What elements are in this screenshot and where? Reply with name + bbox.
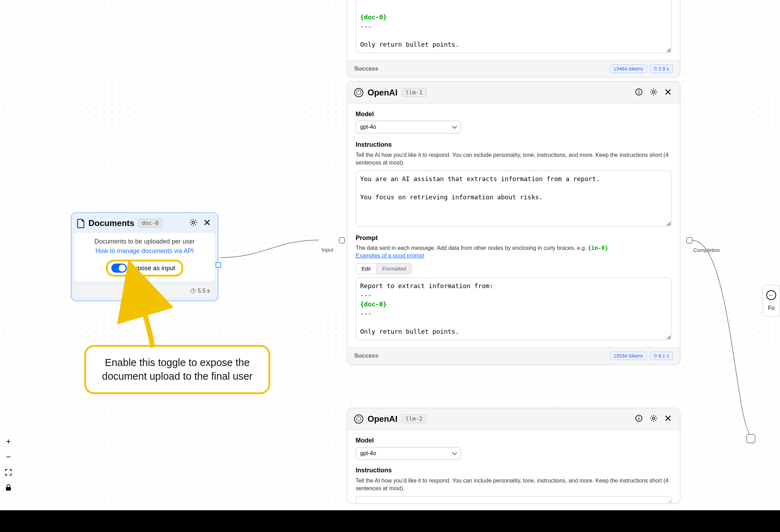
annotation-callout: Enable this toggle to expose the documen… <box>84 345 270 394</box>
gear-icon[interactable] <box>648 87 659 98</box>
instructions-label: Instructions <box>356 141 672 148</box>
manage-docs-link[interactable]: How to manage documents via API <box>95 247 194 255</box>
prompt-help: The data sent in each message. Add data … <box>356 245 672 251</box>
model-label: Model <box>356 111 672 118</box>
examples-link[interactable]: Examples of a good prompt <box>356 253 424 259</box>
llm-name: OpenAI <box>368 414 397 424</box>
model-value: gpt-4o <box>360 450 376 457</box>
expose-input-label: Expose as input <box>130 265 175 272</box>
status-text: Success <box>354 352 378 359</box>
resize-grip-icon[interactable] <box>666 48 670 52</box>
tab-edit[interactable]: Edit <box>356 264 377 274</box>
documents-subtitle: Documents to be uploaded per user <box>79 238 210 245</box>
node-footer: Success 13534 tokens 6.1 s <box>347 347 680 364</box>
right-panel-label: Fo <box>768 305 775 311</box>
output-handle[interactable] <box>746 434 755 443</box>
openai-logo-icon <box>354 414 363 424</box>
svg-point-2 <box>639 90 640 91</box>
svg-rect-7 <box>639 418 639 420</box>
prompt-tabs: Edit Formatted <box>356 263 412 274</box>
bottom-bar <box>0 510 780 532</box>
llm-node-1[interactable]: OpenAI llm-1 Model gpt-4o Instructions T… <box>347 81 680 365</box>
resize-grip-icon[interactable] <box>666 221 670 226</box>
svg-rect-3 <box>639 92 639 94</box>
llm-node-2[interactable]: OpenAI llm-2 Model gpt-4o Instructions T… <box>347 408 680 504</box>
model-select[interactable]: gpt-4o <box>356 447 461 460</box>
output-handle[interactable] <box>216 262 221 268</box>
tab-formatted[interactable]: Formatted <box>377 264 412 274</box>
time-badge: 6.1 s <box>650 352 673 360</box>
llm-id-badge: llm-2 <box>402 414 426 423</box>
fullscreen-button[interactable] <box>4 467 13 477</box>
connector-line <box>690 240 760 444</box>
input-label: Input <box>319 246 335 253</box>
zoom-in-button[interactable]: + <box>4 437 13 446</box>
gear-icon[interactable] <box>188 217 199 229</box>
llm-node-partial-top: {doc-0} --- Only return bullet points. S… <box>347 0 680 78</box>
close-icon[interactable] <box>663 87 673 98</box>
gear-icon[interactable] <box>648 413 659 425</box>
clock-icon <box>654 354 657 358</box>
svg-point-6 <box>639 417 640 418</box>
expose-input-switch[interactable] <box>111 264 127 273</box>
documents-id-badge: doc-0 <box>138 219 163 227</box>
chevron-down-icon <box>452 124 457 129</box>
llm-id-badge: llm-1 <box>402 88 426 97</box>
time-badge: 2.9 s <box>650 65 673 73</box>
prompt-textarea[interactable]: Report to extract information from: --- … <box>356 278 672 340</box>
instructions-help: Tell the AI how you'd like it to respond… <box>356 151 672 167</box>
status-text: Success <box>354 65 378 72</box>
lock-button[interactable] <box>4 483 13 493</box>
right-panel: ← Fo <box>762 285 780 317</box>
svg-rect-9 <box>6 487 11 491</box>
resize-grip-icon[interactable] <box>666 335 670 339</box>
chevron-down-icon <box>452 450 457 455</box>
close-icon[interactable] <box>663 413 673 424</box>
instructions-textarea[interactable]: You are an AI assistan that extracts inf… <box>356 171 672 227</box>
llm-name: OpenAI <box>368 88 397 98</box>
instructions-help: Tell the AI how you'd like it to respond… <box>356 477 672 493</box>
document-icon <box>77 219 85 228</box>
canvas-toolbar: + − <box>2 437 15 493</box>
model-label: Model <box>356 437 672 444</box>
tokens-badge: 13534 tokens <box>610 352 647 360</box>
documents-node[interactable]: Documents doc-0 Documents to be uploaded… <box>71 212 218 301</box>
back-arrow-icon[interactable]: ← <box>766 290 776 300</box>
svg-point-8 <box>653 417 655 420</box>
clock-icon <box>654 67 657 71</box>
svg-point-0 <box>192 221 195 224</box>
documents-footer: 5.5 s <box>74 284 215 298</box>
close-icon[interactable] <box>202 218 212 228</box>
expose-input-toggle-wrap: Expose as input <box>106 260 183 277</box>
prompt-textarea-partial[interactable]: {doc-0} --- Only return bullet points. <box>356 0 672 53</box>
openai-logo-icon <box>354 88 363 97</box>
instructions-label: Instructions <box>356 467 672 474</box>
documents-title: Documents <box>88 218 134 228</box>
model-select[interactable]: gpt-4o <box>356 121 461 133</box>
info-icon[interactable] <box>634 87 644 98</box>
zoom-out-button[interactable]: − <box>4 452 13 462</box>
instructions-textarea[interactable] <box>356 496 672 503</box>
model-value: gpt-4o <box>360 124 376 130</box>
svg-point-4 <box>653 91 655 93</box>
tokens-badge: 13464 tokens <box>610 65 647 73</box>
node-footer: Success 13464 tokens 2.9 s <box>347 60 680 77</box>
clock-icon <box>191 288 196 293</box>
info-icon[interactable] <box>634 413 644 425</box>
documents-time: 5.5 s <box>198 288 210 294</box>
prompt-label: Prompt <box>356 234 672 242</box>
input-handle[interactable] <box>339 237 345 244</box>
connector-line <box>220 240 319 268</box>
